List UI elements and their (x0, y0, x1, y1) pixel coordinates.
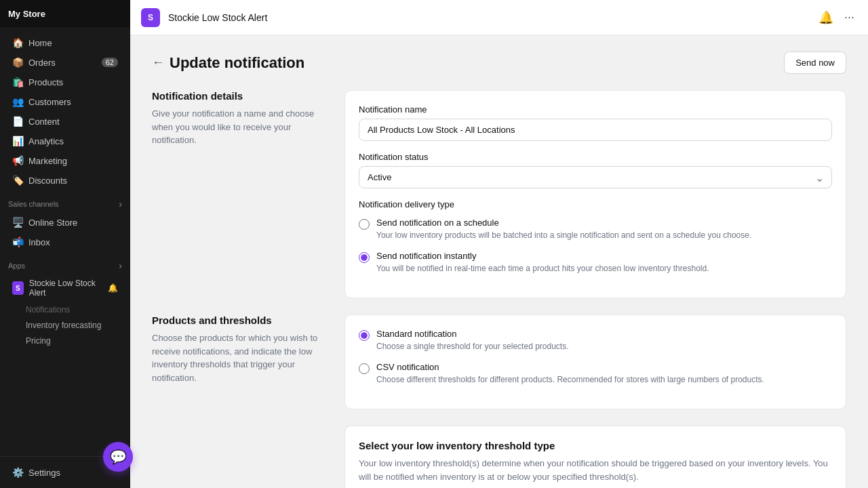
standard-notification-title: Standard notification (376, 329, 569, 339)
sidebar-item-content-label: Content (28, 117, 60, 127)
sidebar-subitem-forecasting-label: Inventory forecasting (26, 321, 101, 330)
sidebar-item-orders-label: Orders (28, 58, 56, 68)
delivery-instant-desc: You will be notified in real-time each t… (376, 262, 709, 274)
csv-notification-radio[interactable] (359, 363, 370, 374)
delivery-schedule-text: Send notification on a schedule Your low… (376, 218, 751, 241)
threshold-type-desc: Your low inventory threshold(s) determin… (359, 457, 832, 483)
threshold-type-title: Select your low inventory threshold type (359, 440, 832, 451)
sidebar-item-stockie[interactable]: S Stockie Low Stock Alert 🔔 (4, 274, 126, 302)
back-button[interactable]: ← (152, 56, 164, 70)
products-icon: 🛍️ (12, 77, 23, 87)
sidebar: My Store 🏠 Home 📦 Orders 62 🛍️ Products … (0, 0, 130, 488)
settings-icon: ⚙️ (12, 467, 23, 478)
notification-status-select[interactable]: Active Inactive (359, 166, 832, 188)
inbox-icon: 📬 (12, 237, 23, 247)
delivery-instant-title: Send notification instantly (376, 251, 709, 261)
page-body: ← Update notification Send now Notificat… (130, 35, 868, 488)
threshold-type-row: Select your low inventory threshold type… (152, 426, 846, 488)
threshold-type-left (152, 426, 328, 488)
notification-details-desc: Give your notification a name and choose… (152, 107, 328, 147)
online-store-icon: 🖥️ (12, 217, 23, 228)
sidebar-item-home[interactable]: 🏠 Home (4, 33, 126, 52)
sidebar-item-inbox[interactable]: 📬 Inbox (4, 232, 126, 251)
sidebar-item-content[interactable]: 📄 Content (4, 112, 126, 131)
topbar: S Stockie Low Stock Alert 🔔 ··· (130, 0, 868, 35)
sidebar-item-stockie-label: Stockie Low Stock Alert (29, 279, 100, 298)
standard-notification-option: Standard notification Choose a single th… (359, 329, 832, 352)
orders-icon: 📦 (12, 57, 23, 68)
standard-notification-desc: Choose a single threshold for your selec… (376, 340, 569, 352)
sidebar-item-discounts-label: Discounts (28, 176, 67, 186)
sidebar-item-online-store[interactable]: 🖥️ Online Store (4, 213, 126, 232)
customers-icon: 👥 (12, 96, 23, 107)
sidebar-item-discounts[interactable]: 🏷️ Discounts (4, 171, 126, 190)
sidebar-item-analytics-label: Analytics (28, 136, 64, 146)
sidebar-subitem-pricing[interactable]: Pricing (4, 333, 126, 348)
main-content: S Stockie Low Stock Alert 🔔 ··· ← Update… (130, 0, 868, 488)
csv-notification-desc: Choose different thresholds for differen… (376, 373, 764, 386)
sidebar-item-home-label: Home (28, 38, 52, 48)
delivery-instant-text: Send notification instantly You will be … (376, 251, 709, 274)
sidebar-item-marketing[interactable]: 📢 Marketing (4, 151, 126, 170)
sidebar-subitem-pricing-label: Pricing (26, 336, 51, 346)
products-thresholds-desc: Choose the products for which you wish t… (152, 331, 328, 384)
topbar-actions: 🔔 ··· (816, 7, 857, 28)
analytics-icon: 📊 (12, 136, 23, 146)
apps-section-header: Apps › (0, 252, 130, 274)
csv-notification-text: CSV notification Choose different thresh… (376, 362, 764, 386)
topbar-title: Stockie Low Stock Alert (168, 12, 267, 23)
sidebar-header: My Store (0, 0, 130, 27)
sales-channels-header: Sales channels › (0, 190, 130, 212)
delivery-instant-radio[interactable] (359, 252, 370, 263)
sidebar-item-customers-label: Customers (28, 97, 71, 107)
notification-details-row: Notification details Give your notificat… (152, 90, 846, 298)
notification-name-input[interactable] (359, 119, 832, 141)
threshold-type-card: Select your low inventory threshold type… (344, 426, 846, 488)
standard-notification-radio[interactable] (359, 330, 370, 341)
notification-details-card: Notification name Notification status Ac… (344, 90, 846, 298)
sidebar-item-analytics[interactable]: 📊 Analytics (4, 131, 126, 150)
send-now-button[interactable]: Send now (784, 52, 846, 74)
sidebar-subitem-inventory-forecasting[interactable]: Inventory forecasting (4, 318, 126, 333)
delivery-schedule-radio[interactable] (359, 219, 370, 230)
home-icon: 🏠 (12, 37, 23, 48)
sidebar-item-products[interactable]: 🛍️ Products (4, 73, 126, 92)
delivery-instant-option: Send notification instantly You will be … (359, 251, 832, 274)
notification-details-title: Notification details (152, 90, 328, 102)
notification-name-label: Notification name (359, 104, 832, 115)
page-header: ← Update notification Send now (152, 52, 846, 74)
sidebar-subitem-notifications[interactable]: Notifications (4, 302, 126, 317)
sales-channels-expand-icon[interactable]: › (119, 199, 122, 209)
delivery-schedule-desc: Your low inventory products will be batc… (376, 229, 751, 241)
sidebar-item-settings-label: Settings (28, 468, 60, 478)
sidebar-nav: 🏠 Home 📦 Orders 62 🛍️ Products 👥 Custome… (0, 27, 130, 456)
sidebar-subitem-notifications-label: Notifications (26, 305, 70, 314)
store-name: My Store (8, 9, 45, 19)
products-thresholds-left: Products and thresholds Choose the produ… (152, 314, 328, 409)
apps-expand-icon[interactable]: › (119, 260, 122, 271)
sidebar-item-inbox-label: Inbox (28, 237, 50, 247)
standard-notification-text: Standard notification Choose a single th… (376, 329, 569, 352)
sidebar-item-customers[interactable]: 👥 Customers (4, 92, 126, 111)
topbar-more-button[interactable]: ··· (842, 7, 857, 27)
content-icon: 📄 (12, 116, 23, 127)
products-thresholds-card: Standard notification Choose a single th… (344, 314, 846, 409)
sales-channels-label: Sales channels (8, 200, 59, 208)
sidebar-item-online-store-label: Online Store (28, 218, 77, 228)
delivery-schedule-option: Send notification on a schedule Your low… (359, 218, 832, 241)
page-header-left: ← Update notification (152, 54, 304, 72)
orders-badge: 62 (102, 58, 118, 67)
discounts-icon: 🏷️ (12, 175, 23, 186)
stockie-app-icon: S (12, 281, 24, 295)
chat-icon: 💬 (110, 449, 127, 465)
apps-label: Apps (8, 262, 25, 270)
notification-status-label: Notification status (359, 152, 832, 162)
sidebar-item-products-label: Products (28, 77, 63, 87)
products-thresholds-row: Products and thresholds Choose the produ… (152, 314, 846, 409)
topbar-bell-button[interactable]: 🔔 (816, 7, 836, 28)
marketing-icon: 📢 (12, 155, 23, 166)
chat-button[interactable]: 💬 (103, 442, 133, 472)
delivery-schedule-title: Send notification on a schedule (376, 218, 751, 228)
page-title: Update notification (170, 54, 304, 72)
sidebar-item-orders[interactable]: 📦 Orders 62 (4, 53, 126, 72)
